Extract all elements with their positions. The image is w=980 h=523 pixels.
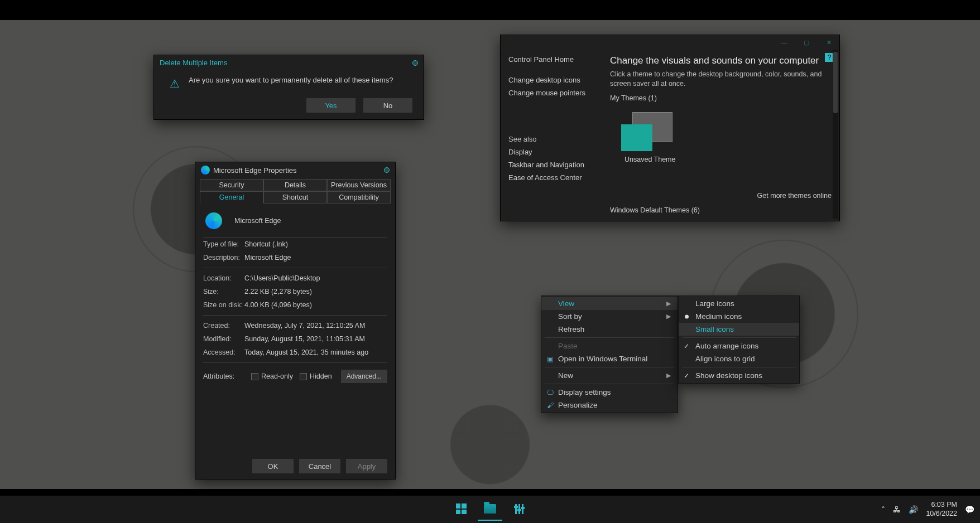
sidebar-desktop-icons[interactable]: Change desktop icons <box>508 74 599 86</box>
letterbox-top <box>0 0 980 20</box>
display-icon: 🖵 <box>546 389 554 396</box>
menu-display-settings[interactable]: 🖵Display settings <box>541 386 678 399</box>
windows-icon <box>456 503 467 514</box>
separator <box>545 367 674 367</box>
tab-general[interactable]: General <box>200 191 263 204</box>
clock-date: 10/6/2022 <box>926 510 957 519</box>
chevron-right-icon: ▶ <box>666 372 671 379</box>
advanced-button[interactable]: Advanced... <box>341 370 387 383</box>
theme-name: Unsaved Theme <box>624 154 834 163</box>
warning-icon: ⚠ <box>170 77 180 90</box>
sidebar-taskbar[interactable]: Taskbar and Navigation <box>508 158 599 171</box>
properties-title: Microsoft Edge Properties <box>213 166 297 175</box>
close-icon[interactable]: ✕ <box>825 38 833 46</box>
sidebar-display[interactable]: Display <box>508 146 599 158</box>
label-location: Location: <box>203 274 244 282</box>
control-panel-sidebar: Control Panel Home Change desktop icons … <box>501 50 607 221</box>
separator <box>682 367 796 367</box>
separator <box>545 337 674 338</box>
scrollbar[interactable] <box>833 50 838 219</box>
yes-button[interactable]: Yes <box>306 98 356 113</box>
label-accessed: Accessed: <box>203 348 244 356</box>
menu-paste: Paste <box>541 340 678 352</box>
network-icon[interactable]: 🖧 <box>893 505 901 514</box>
submenu-large-icons[interactable]: Large icons <box>679 297 799 310</box>
tab-compatibility[interactable]: Compatibility <box>327 191 391 204</box>
tab-shortcut[interactable]: Shortcut <box>263 191 327 204</box>
taskbar: ˄ 🖧 🔊 6:03 PM 10/6/2022 💬 <box>0 496 980 523</box>
sidebar-home[interactable]: Control Panel Home <box>508 53 599 66</box>
volume-icon[interactable]: 🔊 <box>909 505 918 514</box>
label-description: Description: <box>203 254 244 262</box>
sliders-icon <box>515 504 523 514</box>
readonly-checkbox[interactable]: Read-only <box>251 372 293 380</box>
chevron-right-icon: ▶ <box>666 313 671 320</box>
control-panel-heading: Change the visuals and sounds on your co… <box>610 53 834 70</box>
value-created: Wednesday, July 7, 2021, 12:10:25 AM <box>244 322 365 330</box>
menu-sort-by[interactable]: Sort by▶ <box>541 310 678 323</box>
system-tray: ˄ 🖧 🔊 6:03 PM 10/6/2022 💬 <box>881 501 974 518</box>
default-themes-label: Windows Default Themes (6) <box>610 206 700 214</box>
submenu-show-desktop-icons[interactable]: ✓Show desktop icons <box>679 369 799 382</box>
ok-button[interactable]: OK <box>252 459 294 473</box>
maximize-icon[interactable]: ▢ <box>803 38 810 46</box>
menu-new[interactable]: New▶ <box>541 369 678 382</box>
separator <box>682 337 796 338</box>
close-icon[interactable] <box>412 60 418 66</box>
personalize-icon: 🖌 <box>546 401 554 409</box>
check-icon: ✓ <box>684 342 689 350</box>
no-button[interactable]: No <box>363 98 412 113</box>
submenu-medium-icons[interactable]: Medium icons <box>679 310 799 323</box>
properties-tabs: Security Details Previous Versions Gener… <box>195 178 395 204</box>
clock-time: 6:03 PM <box>926 501 957 510</box>
sidebar-mouse-pointers[interactable]: Change mouse pointers <box>508 86 599 99</box>
submenu-auto-arrange[interactable]: ✓Auto arrange icons <box>679 340 799 352</box>
my-themes-label: My Themes (1) <box>610 94 834 102</box>
sidebar-ease-of-access[interactable]: Ease of Access Center <box>508 171 599 184</box>
tab-details[interactable]: Details <box>263 179 327 191</box>
edge-icon <box>205 212 222 229</box>
value-accessed: Today, August 15, 2021, 35 minutes ago <box>244 348 368 356</box>
label-size: Size: <box>203 288 244 296</box>
theme-thumbnail[interactable] <box>621 112 672 151</box>
tab-previous-versions[interactable]: Previous Versions <box>327 179 391 191</box>
delete-dialog-message: Are you sure you want to permanently del… <box>189 76 393 84</box>
notifications-icon[interactable]: 💬 <box>965 505 974 514</box>
letterbox-bottom <box>0 489 980 496</box>
cancel-button[interactable]: Cancel <box>299 459 340 473</box>
value-modified: Sunday, August 15, 2021, 11:05:31 AM <box>244 335 365 343</box>
settings-app-button[interactable] <box>507 498 531 521</box>
separator <box>545 384 674 384</box>
chevron-up-icon[interactable]: ˄ <box>881 505 885 514</box>
apply-button[interactable]: Apply <box>346 459 387 473</box>
start-button[interactable] <box>449 498 473 521</box>
menu-personalize[interactable]: 🖌Personalize <box>541 399 678 411</box>
menu-view[interactable]: View▶ <box>541 297 678 310</box>
label-size-on-disk: Size on disk: <box>203 301 244 309</box>
check-icon: ✓ <box>684 372 689 380</box>
menu-refresh[interactable]: Refresh <box>541 323 678 336</box>
value-description: Microsoft Edge <box>244 254 291 262</box>
value-location: C:\Users\Public\Desktop <box>244 274 320 282</box>
edge-icon <box>201 166 210 175</box>
desktop-context-menu: View▶ Sort by▶ Refresh Paste ▣Open in Wi… <box>541 296 678 413</box>
label-modified: Modified: <box>203 335 244 343</box>
label-attributes: Attributes: <box>203 372 244 380</box>
tab-security[interactable]: Security <box>200 179 263 191</box>
submenu-small-icons[interactable]: Small icons <box>679 323 799 336</box>
minimize-icon[interactable]: — <box>780 38 788 46</box>
control-panel-main: Change the visuals and sounds on your co… <box>607 50 839 221</box>
hidden-checkbox[interactable]: Hidden <box>300 372 332 380</box>
close-icon[interactable] <box>384 167 390 173</box>
taskbar-clock[interactable]: 6:03 PM 10/6/2022 <box>926 501 957 518</box>
label-type: Type of file: <box>203 240 244 248</box>
properties-dialog: Microsoft Edge Properties Security Detai… <box>195 162 396 480</box>
file-name: Microsoft Edge <box>234 217 281 225</box>
folder-icon <box>484 504 496 514</box>
submenu-align-grid[interactable]: Align icons to grid <box>679 352 799 365</box>
file-explorer-button[interactable] <box>478 498 502 521</box>
more-themes-link[interactable]: Get more themes online <box>757 192 832 200</box>
control-panel-window: — ▢ ✕ ? Control Panel Home Change deskto… <box>500 35 840 221</box>
value-size: 2.22 KB (2,278 bytes) <box>244 288 312 296</box>
menu-open-terminal[interactable]: ▣Open in Windows Terminal <box>541 352 678 365</box>
